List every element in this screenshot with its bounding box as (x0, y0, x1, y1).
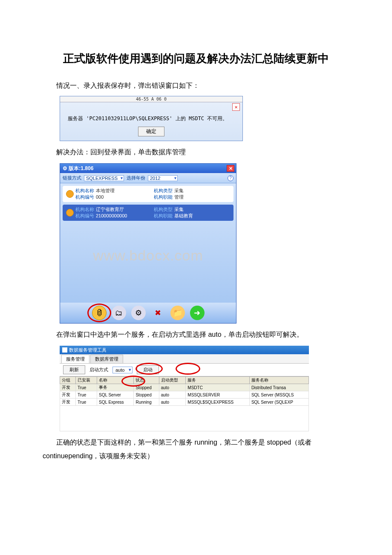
service-table: 分组 已安装 名称 状态 启动类型 服务 服务名称 开发True事务 Stopp… (60, 376, 309, 406)
org-badge-icon (66, 209, 74, 217)
conn-select[interactable]: SQLEXPRESS (84, 175, 124, 181)
svc-ops-row: 刷新 启动方式 auto 启动 (60, 364, 309, 376)
org-badge-icon (66, 190, 74, 198)
table-blank-area (60, 406, 309, 431)
error-dialog: 46-55 A 06 0 ✕ 服务器 'PC2011032911LOP\SQLE… (60, 96, 243, 141)
paragraph-intro: 情况一、录入报表保存时，弹出错误窗口如下： (43, 79, 349, 92)
startmode-select[interactable]: auto (112, 367, 133, 373)
login-window: ⚙ 版本:1.806 ✕ 链接方式 SQLEXPRESS 选择年份 2012 ?… (60, 163, 236, 324)
label-conn: 链接方式 (63, 175, 81, 181)
window-title: ⚙ 版本:1.806 (63, 165, 93, 172)
highlight-ring (135, 363, 163, 375)
ok-button[interactable]: 确定 (138, 127, 164, 136)
org-row-2-selected[interactable]: 机构名称辽宁省教育厅 机构编号210000000000 机构类型采集 机构职能基… (63, 205, 233, 221)
tab-db-manage[interactable]: 数据库管理 (90, 355, 123, 363)
highlight-ring (87, 304, 111, 322)
login-content: 机构名称本地管理 机构编号000 机构类型采集 机构职能管理 机构名称辽宁省教育… (60, 183, 236, 303)
paragraph-service-step: 在弹出窗口中选中第一个服务，在启动方式里选择 auto，单击启动按钮即可解决。 (43, 328, 349, 341)
col-service[interactable]: 服务 (186, 377, 250, 384)
svc-title: 数据服务管理工具 (69, 347, 107, 353)
tab-service-manage[interactable]: 服务管理 (61, 355, 89, 363)
svc-tabs: 服务管理 数据库管理 (60, 354, 309, 364)
go-button[interactable]: ➜ (190, 306, 205, 320)
refresh-button[interactable]: 刷新 (63, 365, 85, 374)
dialog-close-row: ✕ (60, 102, 242, 112)
table-row[interactable]: 开发TrueSQL Express RunningautoMSSQL$SQLEX… (60, 399, 309, 406)
delete-button[interactable]: ✖ (151, 306, 165, 320)
login-toolbar: 链接方式 SQLEXPRESS 选择年份 2012 ? (60, 173, 236, 183)
settings-button[interactable]: ⚙ (131, 306, 146, 320)
error-message: 服务器 'PC2011032911LOP\SQLEXPRESS' 上的 MSDT… (60, 112, 242, 124)
app-icon (62, 347, 67, 353)
watermark: www.bdocx.com (60, 247, 236, 264)
help-icon[interactable]: ? (228, 175, 233, 181)
service-manager-window: 数据服务管理工具 服务管理 数据库管理 刷新 启动方式 auto 启动 分组 已… (60, 346, 309, 431)
close-icon[interactable]: ✕ (227, 165, 234, 172)
highlight-ring (176, 363, 200, 375)
document-title: 正式版软件使用遇到的问题及解决办法汇总陆续更新中 (43, 51, 349, 66)
year-select[interactable]: 2012 (148, 175, 178, 181)
close-icon[interactable]: ✕ (232, 103, 240, 111)
svc-titlebar: 数据服务管理工具 (60, 346, 309, 354)
col-group[interactable]: 分组 (60, 377, 76, 384)
dialog-header-strip: 46-55 A 06 0 (60, 96, 242, 102)
label-year: 选择年份 (127, 175, 145, 181)
login-button-bar: 🛢 🗂 ⚙ ✖ 📁 ➜ (60, 303, 236, 323)
col-servicename[interactable]: 服务名称 (249, 377, 308, 384)
paragraph-solution: 解决办法：回到登录界面，单击数据库管理 (43, 145, 349, 159)
table-row[interactable]: 开发TrueSQL Server StoppedautoMSSQLSERVERS… (60, 391, 309, 399)
new-folder-button[interactable]: 📁 (170, 306, 185, 320)
database-manage-button[interactable]: 🛢 (92, 306, 107, 320)
window-titlebar: ⚙ 版本:1.806 ✕ (60, 164, 236, 173)
org-row-1[interactable]: 机构名称本地管理 机构编号000 机构类型采集 机构职能管理 (63, 186, 233, 202)
highlight-ring (121, 376, 145, 387)
paragraph-correct-state: 正确的状态是下面这样的，第一和第三个服务 running，第二个服务是 stop… (43, 436, 349, 463)
table-row[interactable]: 开发True事务 StoppedautoMSDTCDistributed Tra… (60, 384, 309, 391)
refresh-button[interactable]: 🗂 (112, 306, 126, 320)
col-installed[interactable]: 已安装 (76, 377, 97, 384)
label-startmode: 启动方式 (89, 367, 108, 373)
col-starttype[interactable]: 启动类型 (159, 377, 186, 384)
table-header-row: 分组 已安装 名称 状态 启动类型 服务 服务名称 (60, 377, 309, 384)
